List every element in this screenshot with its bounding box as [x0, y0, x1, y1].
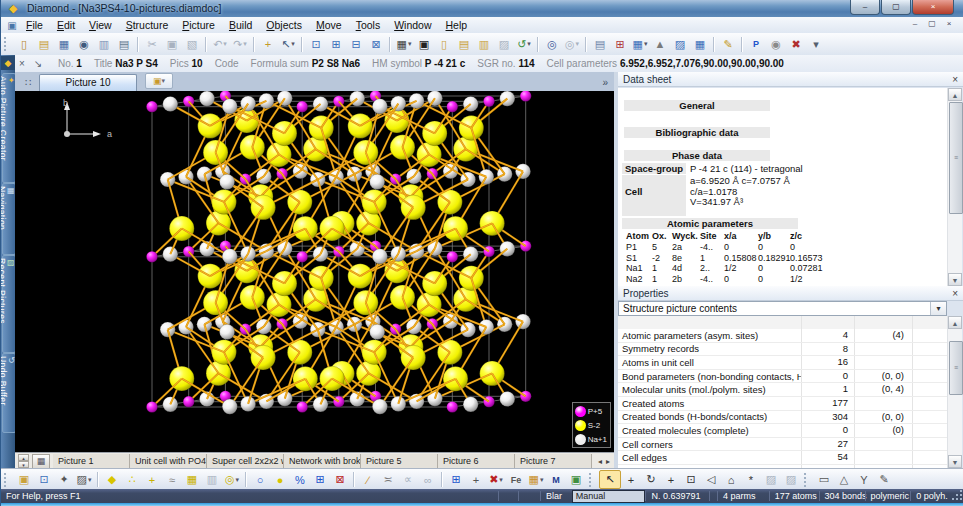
- find-binoculars-button[interactable]: ◉: [74, 36, 94, 53]
- tab-picture-10[interactable]: Picture 10: [39, 74, 137, 91]
- render-scene-button[interactable]: ◉: [766, 36, 786, 53]
- network-build-button[interactable]: ⊞: [310, 471, 330, 488]
- menu-objects[interactable]: Objects: [259, 19, 309, 31]
- properties-close-icon[interactable]: ×: [952, 286, 958, 301]
- contact-tool-button[interactable]: ≍: [378, 471, 398, 488]
- picture-screen-button[interactable]: ▣: [414, 36, 434, 53]
- goto-record-icon[interactable]: ↘: [30, 58, 46, 69]
- picture-tab-picture-7[interactable]: Picture 7: [515, 454, 592, 469]
- picture-tools-button[interactable]: ✦: [54, 471, 74, 488]
- sidebar-item-undo-buffer[interactable]: ↺Undo Buffer: [2, 353, 16, 433]
- tab-list-icon[interactable]: ▦: [32, 454, 50, 469]
- save-document-button[interactable]: ▦: [54, 36, 74, 53]
- mdi-document-icon[interactable]: ▣: [5, 20, 19, 31]
- tab-spinner-down-icon[interactable]: ▾: [18, 461, 29, 468]
- video-record-button[interactable]: ✖: [786, 36, 806, 53]
- toolbar-grip[interactable]: [4, 473, 11, 487]
- properties-scrollbar[interactable]: ▲ ≡ ▼: [947, 316, 962, 468]
- view-split-button[interactable]: ⊟: [346, 36, 366, 53]
- menu-structure[interactable]: Structure: [119, 19, 176, 31]
- tab-spinner-up-icon[interactable]: ▴: [18, 454, 29, 461]
- spin-view-button[interactable]: *: [741, 471, 761, 488]
- bond-tool-button[interactable]: ∕: [358, 471, 378, 488]
- refresh-picture-button[interactable]: ↺▾: [514, 36, 534, 53]
- picture-wizard-button[interactable]: ✎: [718, 36, 738, 53]
- destroy-objects-button[interactable]: ✖▾: [486, 471, 506, 488]
- view-back-button[interactable]: ◁: [701, 471, 721, 488]
- measure-torsion-button[interactable]: Y: [854, 471, 874, 488]
- picture-viewer-button[interactable]: ▣: [14, 471, 34, 488]
- data-tables-button[interactable]: ▦▾: [394, 36, 414, 53]
- print-preview-button[interactable]: ▥: [94, 36, 114, 53]
- material-scheme-button[interactable]: M: [546, 471, 566, 488]
- color-scheme-button[interactable]: ▦▾: [526, 471, 546, 488]
- tab-grid-icon[interactable]: ∷: [19, 75, 37, 90]
- pan-mode-button[interactable]: +: [258, 36, 278, 53]
- scroll-up-icon[interactable]: ▲: [948, 88, 962, 101]
- povray-export-button[interactable]: P: [746, 36, 766, 53]
- chevron-down-icon[interactable]: ▾: [930, 302, 946, 315]
- mdi-restore-button[interactable]: ▢: [925, 19, 939, 30]
- minimize-button[interactable]: ‒: [850, 0, 880, 15]
- element-symbols-button[interactable]: Fe: [506, 471, 526, 488]
- picture-tab-network-with-broken[interactable]: Network with broken...: [284, 454, 361, 469]
- menu-move[interactable]: Move: [309, 19, 349, 31]
- structure-canvas[interactable]: b a P+5S-2Na+1: [15, 91, 614, 452]
- packing-button[interactable]: ◎▾: [222, 471, 242, 488]
- picture-tab-picture-6[interactable]: Picture 6: [438, 454, 515, 469]
- chart-histogram-button[interactable]: ▲: [650, 36, 670, 53]
- view-structure-button[interactable]: ⊡: [306, 36, 326, 53]
- picture-properties-button[interactable]: ▥: [474, 36, 494, 53]
- menu-build[interactable]: Build: [222, 19, 259, 31]
- menu-file[interactable]: File: [19, 19, 50, 31]
- coordination-filled-button[interactable]: ●: [270, 471, 290, 488]
- menu-picture[interactable]: Picture: [175, 19, 222, 31]
- scroll-down-icon[interactable]: ▼: [948, 455, 962, 468]
- table-row[interactable]: Atomic parameters (asym. sites)4(4): [618, 329, 947, 343]
- table-row[interactable]: Molecular units (mol./polym. sites)1(0, …: [618, 383, 947, 397]
- new-picture-button[interactable]: ▯: [434, 36, 454, 53]
- toolbar-grip[interactable]: [589, 473, 596, 487]
- print-button[interactable]: ▤: [114, 36, 134, 53]
- properties-view-select[interactable]: Structure picture contents ▾: [618, 301, 947, 316]
- menu-view[interactable]: View: [82, 19, 119, 31]
- measure-free-button[interactable]: ✎: [874, 471, 894, 488]
- picture-export-button[interactable]: ⊡: [34, 471, 54, 488]
- scroll-down-icon[interactable]: ▼: [948, 273, 962, 286]
- table-row[interactable]: Atoms in unit cell16: [618, 356, 947, 370]
- table-row[interactable]: Cell corners27: [618, 438, 947, 452]
- close-button[interactable]: ×: [912, 0, 954, 15]
- sidebar-item-auto-picture-creator[interactable]: ✦Auto Picture Creator: [2, 73, 16, 183]
- zoom-tool-button[interactable]: ◎: [542, 36, 562, 53]
- mdi-minimize-button[interactable]: ‒: [908, 19, 922, 30]
- fill-cell-button[interactable]: ▦: [182, 471, 202, 488]
- toolbar-grip[interactable]: [4, 37, 11, 51]
- open-document-button[interactable]: ▤: [34, 36, 54, 53]
- menu-tools[interactable]: Tools: [349, 19, 388, 31]
- properties-scroll-thumb[interactable]: ≡: [949, 341, 963, 395]
- add-atom-button[interactable]: ◆: [102, 471, 122, 488]
- datasheet-panel-header[interactable]: Data sheet ×: [618, 72, 963, 87]
- menu-help[interactable]: Help: [439, 19, 475, 31]
- view-data-button[interactable]: ⊞: [326, 36, 346, 53]
- toolbar-grip[interactable]: [804, 473, 811, 487]
- title-bar[interactable]: ◆ Diamond - [Na3PS4-10-pictures.diamdoc]…: [1, 0, 963, 17]
- zoom-window-button[interactable]: ⊡: [681, 471, 701, 488]
- tables-more-button[interactable]: ▦▾: [630, 36, 650, 53]
- measure-distance-button[interactable]: ▭: [814, 471, 834, 488]
- duplicate-picture-button[interactable]: ▤: [454, 36, 474, 53]
- menu-window[interactable]: Window: [387, 19, 438, 31]
- new-document-button[interactable]: ▯: [14, 36, 34, 53]
- datasheet-scrollbar[interactable]: ▲ ≡ ▼: [947, 88, 962, 286]
- unit-cell-edit-button[interactable]: ⊞: [446, 471, 466, 488]
- view-report-button[interactable]: ⊠: [366, 36, 386, 53]
- maximize-button[interactable]: ▢: [881, 0, 911, 15]
- table-row[interactable]: Symmetry records8: [618, 343, 947, 357]
- move-view-button[interactable]: +: [621, 471, 641, 488]
- picture-tab-unit-cell-with-po4-po[interactable]: Unit cell with PO4 po...: [130, 454, 207, 469]
- background-color-button[interactable]: ▣: [566, 471, 586, 488]
- datasheet-scroll-thumb[interactable]: ≡: [949, 102, 963, 214]
- table-row[interactable]: Created atoms177: [618, 397, 947, 411]
- chart-table-button[interactable]: ▦: [690, 36, 710, 53]
- sidebar-item-navigation[interactable]: ▦Navigation: [2, 183, 16, 255]
